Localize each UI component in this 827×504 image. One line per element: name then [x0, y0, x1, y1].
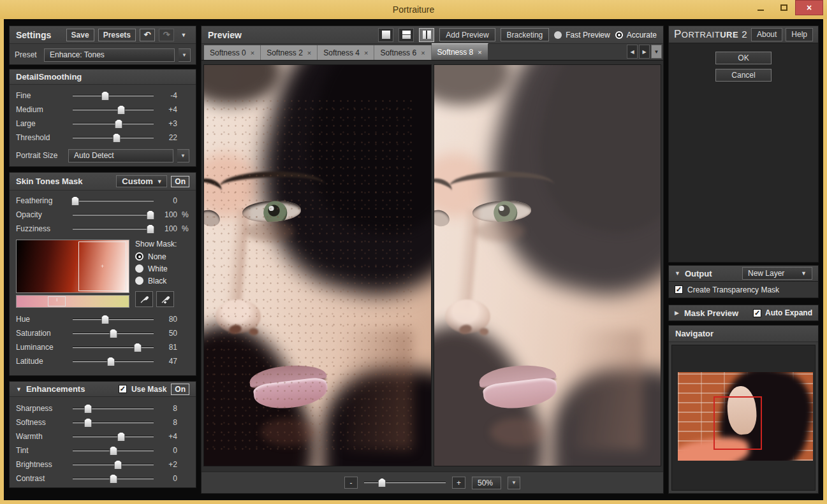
slider-handle[interactable] — [101, 91, 109, 101]
auto-expand-checkbox[interactable]: ✓ — [753, 309, 761, 317]
tab-softness-0[interactable]: Softness 0× — [204, 45, 261, 60]
cancel-button[interactable]: Cancel — [715, 69, 772, 82]
eyedropper-button[interactable] — [135, 291, 153, 307]
close-tab-icon[interactable]: × — [307, 49, 311, 57]
settings-menu-button[interactable]: ▼ — [178, 29, 189, 41]
tab-softness-2[interactable]: Softness 2× — [261, 45, 318, 60]
tabs-list-button[interactable]: ▼ — [651, 45, 662, 59]
show-mask-option-black[interactable]: Black — [135, 275, 189, 287]
collapse-triangle-icon[interactable]: ▼ — [16, 386, 22, 392]
preview-after-image[interactable] — [434, 64, 662, 466]
about-button[interactable]: About — [751, 28, 782, 41]
output-layer-select[interactable]: New Layer ▼ — [742, 267, 812, 280]
slider-value: +4 — [158, 432, 177, 441]
minimize-button[interactable] — [749, 0, 772, 15]
fine-slider[interactable] — [73, 95, 154, 97]
enhancements-on-toggle[interactable]: On — [171, 384, 189, 395]
tab-softness-8[interactable]: Softness 8× — [432, 43, 488, 60]
slider-handle[interactable] — [378, 478, 386, 487]
view-split-vertical-button[interactable] — [419, 28, 434, 42]
use-mask-checkbox[interactable]: ✓ — [119, 385, 127, 393]
slider-handle[interactable] — [106, 357, 115, 366]
preset-dropdown-button[interactable]: ▼ — [179, 48, 191, 62]
show-mask-option-white[interactable]: White — [135, 263, 189, 275]
close-tab-icon[interactable]: × — [478, 48, 481, 56]
redo-button[interactable]: ↷ — [159, 29, 174, 41]
slider-handle[interactable] — [117, 105, 126, 115]
threshold-slider[interactable] — [73, 137, 154, 139]
slider-handle[interactable] — [71, 196, 79, 206]
portrait-size-select[interactable]: Auto Detect — [68, 149, 173, 162]
bracketing-button[interactable]: Bracketing — [501, 28, 550, 41]
maximize-button[interactable] — [772, 0, 795, 15]
eyedropper-add-button[interactable] — [156, 291, 174, 307]
hue-slider[interactable] — [73, 319, 154, 320]
show-mask-option-none[interactable]: None — [135, 250, 189, 263]
preset-select[interactable]: Enhance: Tones — [44, 48, 175, 62]
skin-tones-mask-on-toggle[interactable]: On — [171, 176, 189, 187]
feathering-slider[interactable] — [73, 200, 154, 202]
close-button[interactable]: × — [795, 0, 823, 15]
sharpness-slider[interactable] — [73, 408, 154, 410]
collapse-triangle-icon[interactable]: ▼ — [675, 270, 680, 277]
slider-handle[interactable] — [146, 224, 154, 234]
portrait-size-dropdown-button[interactable]: ▼ — [177, 149, 189, 162]
ok-button[interactable]: OK — [715, 52, 772, 64]
zoom-out-button[interactable]: - — [344, 477, 358, 489]
medium-slider[interactable] — [73, 109, 154, 111]
hue-strip[interactable]: I — [16, 295, 129, 308]
slider-handle[interactable] — [84, 418, 92, 428]
create-transparency-mask-checkbox[interactable]: ✓ — [675, 285, 683, 294]
zoom-level-dropdown-button[interactable]: ▼ — [508, 477, 520, 489]
close-tab-icon[interactable]: × — [364, 49, 368, 57]
contrast-slider[interactable] — [73, 478, 154, 480]
zoom-level-select[interactable]: 50% — [472, 477, 501, 489]
skin-tone-color-field[interactable]: + — [16, 240, 129, 293]
chevron-down-icon: ▼ — [180, 153, 186, 159]
slider-handle[interactable] — [133, 343, 142, 352]
slider-handle[interactable] — [84, 404, 92, 414]
tabs-scroll-right-button[interactable]: ▶ — [639, 45, 650, 59]
view-single-button[interactable] — [378, 28, 393, 42]
hue-selection-rect[interactable]: I — [48, 296, 66, 306]
opacity-slider[interactable] — [73, 214, 154, 216]
presets-button[interactable]: Presets — [98, 29, 136, 41]
help-button[interactable]: Help — [786, 28, 813, 41]
softness-slider[interactable] — [73, 422, 154, 424]
undo-button[interactable]: ↶ — [140, 29, 155, 41]
warmth-slider[interactable] — [73, 436, 154, 438]
fast-preview-radio[interactable]: Fast Preview — [554, 31, 610, 40]
close-tab-icon[interactable]: × — [251, 49, 254, 57]
slider-handle[interactable] — [117, 432, 126, 442]
save-button[interactable]: Save — [66, 29, 94, 41]
accurate-radio[interactable]: Accurate — [615, 31, 657, 40]
slider-handle[interactable] — [109, 446, 117, 456]
zoom-in-button[interactable]: + — [452, 477, 465, 489]
slider-handle[interactable] — [101, 315, 109, 324]
close-tab-icon[interactable]: × — [421, 49, 425, 57]
tab-softness-4[interactable]: Softness 4× — [318, 45, 374, 60]
tint-slider[interactable] — [73, 450, 154, 452]
latitude-slider[interactable] — [73, 361, 154, 363]
tab-softness-6[interactable]: Softness 6× — [374, 45, 431, 60]
saturation-slider[interactable] — [73, 333, 154, 335]
slider-handle[interactable] — [146, 210, 154, 220]
navigator-thumbnail[interactable] — [678, 372, 813, 461]
add-preview-button[interactable]: Add Preview — [439, 28, 495, 41]
zoom-slider[interactable] — [364, 482, 446, 484]
slider-handle[interactable] — [109, 329, 117, 338]
slider-handle[interactable] — [109, 474, 117, 484]
preview-before-image[interactable] — [203, 64, 432, 466]
navigator-view-rect[interactable] — [714, 396, 762, 450]
slider-handle[interactable] — [114, 460, 122, 470]
mask-mode-select[interactable]: Custom ▼ — [116, 175, 167, 187]
expand-triangle-icon[interactable]: ▶ — [675, 310, 679, 316]
fuzziness-slider[interactable] — [73, 228, 154, 230]
slider-handle[interactable] — [115, 119, 123, 129]
view-split-horizontal-button[interactable] — [399, 28, 414, 42]
large-slider[interactable] — [73, 123, 154, 125]
luminance-slider[interactable] — [73, 347, 154, 349]
brightness-slider[interactable] — [73, 464, 154, 466]
tabs-scroll-left-button[interactable]: ◀ — [627, 45, 638, 59]
slider-handle[interactable] — [112, 133, 121, 143]
